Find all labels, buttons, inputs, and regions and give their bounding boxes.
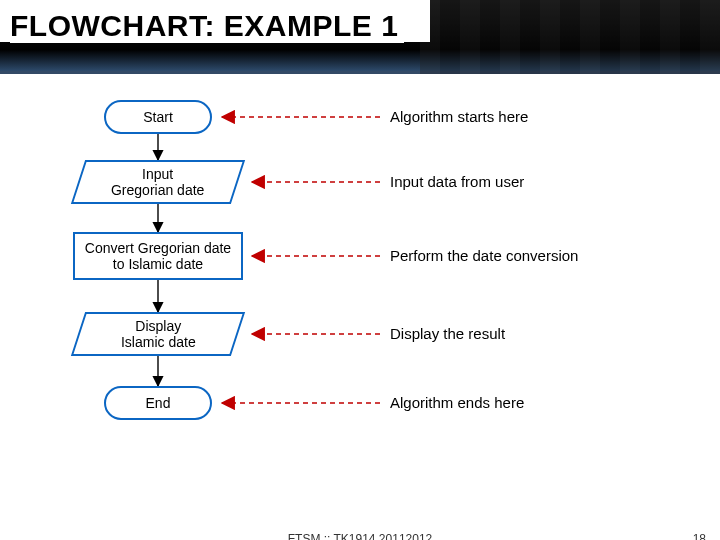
footer-center: FTSM :: TK1914 20112012 xyxy=(0,532,720,540)
flowchart-stage: Start InputGregorian date Convert Gregor… xyxy=(0,80,720,500)
node-convert-label: Convert Gregorian date to Islamic date xyxy=(81,240,235,272)
node-start-label: Start xyxy=(143,109,173,125)
annot-convert: Perform the date conversion xyxy=(390,247,578,264)
annot-display: Display the result xyxy=(390,325,505,342)
node-input-label: InputGregorian date xyxy=(111,166,204,198)
node-end-label: End xyxy=(146,395,171,411)
node-input: InputGregorian date xyxy=(71,160,245,204)
page-number: 18 xyxy=(693,532,706,540)
node-display-label: DisplayIslamic date xyxy=(121,318,196,350)
node-convert: Convert Gregorian date to Islamic date xyxy=(73,232,243,280)
node-end: End xyxy=(104,386,212,420)
node-start: Start xyxy=(104,100,212,134)
node-display: DisplayIslamic date xyxy=(71,312,245,356)
slide-title: FLOWCHART: EXAMPLE 1 xyxy=(10,8,404,43)
annot-end: Algorithm ends here xyxy=(390,394,524,411)
connectors xyxy=(0,80,720,500)
annot-start: Algorithm starts here xyxy=(390,108,528,125)
annot-input: Input data from user xyxy=(390,173,524,190)
